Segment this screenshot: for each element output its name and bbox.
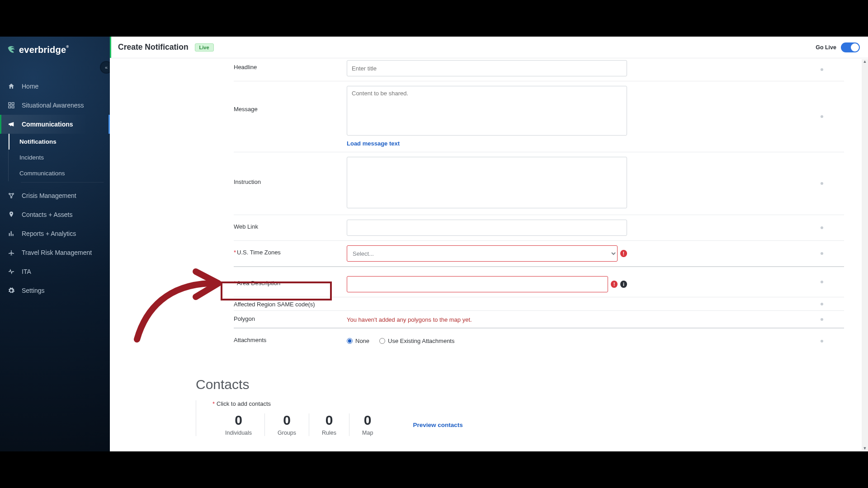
weblink-label: Web Link xyxy=(234,223,258,230)
sidebar-nav: Home Situational Awareness Communication… xyxy=(0,77,110,300)
polygon-warning: You haven't added any polygons to the ma… xyxy=(347,314,627,323)
scrollbar[interactable]: ▲ ▼ xyxy=(862,58,868,451)
load-message-link[interactable]: Load message text xyxy=(347,140,400,147)
stat-individuals[interactable]: 0 Individuals xyxy=(212,413,265,436)
contacts-heading: Contacts xyxy=(196,377,868,392)
nav-label: Travel Risk Management xyxy=(22,249,92,256)
preview-contacts-link[interactable]: Preview contacts xyxy=(413,422,462,428)
timezones-label: U.S. Time Zones xyxy=(234,249,281,256)
pin-icon xyxy=(7,211,15,219)
row-status-dot xyxy=(821,281,823,283)
nav-label: ITA xyxy=(22,268,31,275)
sidebar-item-situational[interactable]: Situational Awareness xyxy=(0,96,110,115)
error-icon: ! xyxy=(611,281,618,288)
instruction-textarea[interactable] xyxy=(347,157,627,208)
home-icon xyxy=(7,82,15,90)
row-status-dot xyxy=(821,318,823,321)
attachments-none-option[interactable]: None xyxy=(347,338,369,344)
scroll-down-icon[interactable]: ▼ xyxy=(863,446,867,450)
dashboard-icon xyxy=(7,101,15,109)
brand-logo: everbridge® xyxy=(0,37,110,60)
sidebar-item-travel[interactable]: Travel Risk Management xyxy=(0,243,110,262)
error-icon: ! xyxy=(620,250,627,257)
stat-value: 0 xyxy=(225,413,252,427)
row-status-dot xyxy=(821,115,823,118)
headline-label: Headline xyxy=(234,64,257,70)
svg-rect-3 xyxy=(12,106,14,108)
contacts-hint: Click to add contacts xyxy=(212,400,271,407)
stat-value: 0 xyxy=(322,413,336,427)
svg-rect-2 xyxy=(9,106,11,108)
pulse-icon xyxy=(7,267,15,276)
sidebar-item-contacts[interactable]: Contacts + Assets xyxy=(0,205,110,224)
instruction-label: Instruction xyxy=(234,178,261,185)
content-area: Headline Message Load message text xyxy=(110,58,868,451)
gear-icon xyxy=(7,286,15,295)
nav-label: Communications xyxy=(22,121,73,128)
radio-label: None xyxy=(355,338,369,344)
nav-label: Notifications xyxy=(19,138,57,145)
row-status-dot xyxy=(821,182,823,185)
svg-point-6 xyxy=(11,197,12,198)
sidebar-sub-incidents[interactable]: Incidents xyxy=(9,150,110,165)
nav-label: Home xyxy=(22,83,38,90)
row-status-dot xyxy=(821,340,823,343)
live-badge: Live xyxy=(195,43,214,52)
stat-label: Rules xyxy=(322,430,336,436)
top-bar: Create Notification Live Go Live xyxy=(110,37,868,58)
page-title: Create Notification xyxy=(118,42,189,52)
nav-label: Incidents xyxy=(19,154,44,161)
go-live-toggle[interactable] xyxy=(841,42,860,52)
row-status-dot xyxy=(821,303,823,305)
attachments-existing-option[interactable]: Use Existing Attachments xyxy=(379,338,454,344)
attachments-existing-radio[interactable] xyxy=(379,338,385,344)
sidebar-item-reports[interactable]: Reports + Analytics xyxy=(0,224,110,243)
same-codes-label: Affected Region SAME code(s) xyxy=(234,301,315,308)
stat-value: 0 xyxy=(362,413,373,427)
chart-icon xyxy=(7,230,15,238)
stat-label: Individuals xyxy=(225,430,252,436)
sidebar-item-communications[interactable]: Communications xyxy=(0,115,110,134)
weblink-input[interactable] xyxy=(347,220,627,236)
message-textarea[interactable] xyxy=(347,86,627,136)
sidebar-item-ita[interactable]: ITA xyxy=(0,262,110,281)
stat-rules[interactable]: 0 Rules xyxy=(309,413,349,436)
attachments-label: Attachments xyxy=(234,337,266,343)
svg-rect-0 xyxy=(9,103,11,105)
contacts-section: Contacts Click to add contacts 0 Individ… xyxy=(196,377,868,436)
notification-form: Headline Message Load message text xyxy=(234,58,844,353)
megaphone-icon xyxy=(7,120,15,128)
sidebar-item-home[interactable]: Home xyxy=(0,77,110,96)
svg-rect-1 xyxy=(12,103,14,105)
nav-label: Settings xyxy=(22,287,45,294)
everbridge-logo-icon xyxy=(6,45,16,55)
go-live-label: Go Live xyxy=(816,44,836,51)
timezones-select[interactable]: Select... xyxy=(347,245,618,262)
area-label: Area Description xyxy=(234,280,280,286)
row-status-dot xyxy=(821,68,823,71)
sidebar-item-crisis[interactable]: Crisis Management xyxy=(0,186,110,205)
scroll-up-icon[interactable]: ▲ xyxy=(863,59,867,64)
area-description-input[interactable] xyxy=(347,276,608,292)
info-icon[interactable]: i xyxy=(620,281,627,288)
headline-input[interactable] xyxy=(347,60,627,76)
brand-name: everbridge® xyxy=(19,45,69,55)
sidebar: everbridge® « Home Situational Awareness… xyxy=(0,37,110,451)
message-label: Message xyxy=(234,106,258,113)
svg-point-5 xyxy=(13,193,14,195)
polygon-label: Polygon xyxy=(234,315,255,322)
sidebar-sub-notifications[interactable]: Notifications xyxy=(9,134,110,150)
nav-label: Situational Awareness xyxy=(22,102,84,109)
stat-map[interactable]: 0 Map xyxy=(349,413,386,436)
stat-label: Map xyxy=(362,430,373,436)
stat-groups[interactable]: 0 Groups xyxy=(265,413,309,436)
stat-label: Groups xyxy=(278,430,296,436)
radio-label: Use Existing Attachments xyxy=(388,338,454,344)
sidebar-sub-communications[interactable]: Communications xyxy=(9,165,110,181)
row-status-dot xyxy=(821,252,823,255)
app-window: everbridge® « Home Situational Awareness… xyxy=(0,37,868,451)
attachments-none-radio[interactable] xyxy=(347,338,353,344)
sidebar-item-settings[interactable]: Settings xyxy=(0,281,110,300)
row-status-dot xyxy=(821,226,823,229)
nav-label: Communications xyxy=(19,170,65,177)
